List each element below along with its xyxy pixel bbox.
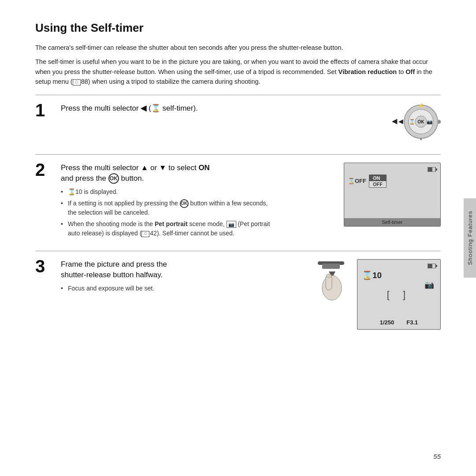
step1-text-start: Press the multi selector xyxy=(61,104,141,112)
step-2-content: Press the multi selector ▲ or ▼ to selec… xyxy=(57,163,273,241)
step-1-header: Press the multi selector ◀ (⌛ self-timer… xyxy=(61,103,381,114)
menu-on-option: ON xyxy=(369,175,386,181)
intro-para2-bold2: Off xyxy=(405,68,415,75)
step-2-left: 2 Press the multi selector ▲ or ▼ to sel… xyxy=(35,163,273,243)
step-3-row: 3 Frame the picture and press the shutte… xyxy=(35,259,441,330)
intro-para2-ref: 88 xyxy=(81,78,88,85)
page-container: Shooting Features Using the Self-timer T… xyxy=(0,0,476,476)
page-number: 55 xyxy=(433,453,441,460)
divider-3 xyxy=(35,251,441,251)
svg-point-19 xyxy=(326,274,331,278)
step1-timer-icon: (⌛ self-timer). xyxy=(146,104,197,112)
step-3-number: 3 xyxy=(35,257,57,275)
step-1-left: 1 Press the multi selector ◀ (⌛ self-tim… xyxy=(35,103,381,122)
menu-row: ⌛OFF ON OFF xyxy=(348,175,437,188)
menu-content: ⌛OFF ON OFF xyxy=(348,175,437,188)
svg-rect-21 xyxy=(428,264,432,268)
main-content: Using the Self-timer The camera's self-t… xyxy=(35,21,441,330)
svg-text:♦: ♦ xyxy=(420,136,422,142)
shutter-svg-wrapper xyxy=(312,259,352,303)
step-2-bullets: ⌛10 is displayed. If a setting is not ap… xyxy=(61,187,273,238)
ok-button-icon: OK xyxy=(108,173,119,184)
page-title: Using the Self-timer xyxy=(35,21,441,35)
svg-text:▶: ▶ xyxy=(438,118,441,125)
menu-on-off-selector: ON OFF xyxy=(369,175,387,188)
step-3-content: Frame the picture and press the shutter-… xyxy=(57,259,273,295)
camera-display-box: ⌛10 📷 [ ] 1/250 F3.1 xyxy=(357,259,441,330)
bullet-2-1: ⌛10 is displayed. xyxy=(61,187,273,197)
camera-dial-svg: OK ◀ ▶ ⚡ ♦ ⌛ 📷 ◀ xyxy=(390,99,441,145)
step-2-right: ⌛OFF ON OFF Self-timer xyxy=(344,163,441,227)
menu-self-timer-label: ⌛OFF xyxy=(348,178,366,184)
step-3-bullets: Focus and exposure will be set. xyxy=(61,284,273,293)
step-3-header: Frame the picture and press the shutter-… xyxy=(61,259,273,280)
menu-off-option: OFF xyxy=(369,181,386,187)
intro-para2-tail: ) when using a tripod to stabilize the c… xyxy=(88,78,260,85)
svg-rect-13 xyxy=(436,168,437,171)
intro-para-2: The self-timer is useful when you want t… xyxy=(35,57,441,86)
disp-battery xyxy=(428,262,437,270)
svg-text:⌛: ⌛ xyxy=(409,119,415,125)
step-3-header-row: 3 Frame the picture and press the shutte… xyxy=(35,259,273,295)
book-ref-icon: □ xyxy=(73,79,81,86)
intro-para-1: The camera's self-timer can release the … xyxy=(35,43,441,52)
ok-inline-icon: OK xyxy=(180,199,189,208)
disp-shutter-speed: 1/250 xyxy=(380,319,394,326)
step-2-row: 2 Press the multi selector ▲ or ▼ to sel… xyxy=(35,163,441,243)
menu-box-inner: ⌛OFF ON OFF Self-timer xyxy=(344,163,440,226)
step-1-number: 1 xyxy=(35,101,57,119)
disp-bluetooth-icon: 📷 xyxy=(424,280,434,290)
menu-battery xyxy=(428,166,437,173)
shutter-finger-svg xyxy=(313,259,351,303)
menu-display-box: ⌛OFF ON OFF Self-timer xyxy=(344,163,441,227)
bullet-2-3: When the shooting mode is the Pet portra… xyxy=(61,219,273,238)
book-ref-42: □ xyxy=(141,231,149,237)
step-2-header-row: 2 Press the multi selector ▲ or ▼ to sel… xyxy=(35,163,273,241)
step-1-header-row: 1 Press the multi selector ◀ (⌛ self-tim… xyxy=(35,103,381,119)
disp-timer-label: ⌛10 xyxy=(362,270,436,280)
divider-1 xyxy=(35,95,441,95)
step-1-right: OK ◀ ▶ ⚡ ♦ ⌛ 📷 ◀ xyxy=(390,99,441,146)
svg-text:◀: ◀ xyxy=(392,117,398,125)
step-3-right: ⌛10 📷 [ ] 1/250 F3.1 xyxy=(312,259,441,330)
step1-arrow: ◀ xyxy=(141,104,146,112)
sidebar-tab-label: Shooting Features xyxy=(467,211,473,265)
svg-text:📷: 📷 xyxy=(427,119,433,125)
step-2-header: Press the multi selector ▲ or ▼ to selec… xyxy=(61,163,273,184)
sidebar-tab: Shooting Features xyxy=(464,198,476,278)
svg-text:OK: OK xyxy=(418,119,425,124)
disp-aperture: F3.1 xyxy=(406,319,418,326)
step-3-left: 3 Frame the picture and press the shutte… xyxy=(35,259,273,298)
intro-para2-text2: to xyxy=(397,68,405,75)
svg-text:⚡: ⚡ xyxy=(418,102,424,109)
disp-exposure-info: 1/250 F3.1 xyxy=(357,319,440,326)
svg-rect-22 xyxy=(436,265,437,267)
step-1-content: Press the multi selector ◀ (⌛ self-timer… xyxy=(57,103,381,117)
svg-text:◀: ◀ xyxy=(398,118,403,125)
disp-focus-brackets: [ ] xyxy=(362,289,436,301)
step-1-row: 1 Press the multi selector ◀ (⌛ self-tim… xyxy=(35,103,441,146)
camera-display-inner: ⌛10 📷 [ ] 1/250 F3.1 xyxy=(357,260,440,329)
svg-rect-15 xyxy=(322,264,340,269)
intro-para2-bold1: Vibration reduction xyxy=(338,68,397,75)
bullet-3-1: Focus and exposure will be set. xyxy=(61,284,273,293)
menu-footer: Self-timer xyxy=(344,218,440,226)
divider-2 xyxy=(35,154,441,155)
bullet-2-2: If a setting is not applied by pressing … xyxy=(61,199,273,217)
step-2-number: 2 xyxy=(35,161,57,178)
svg-rect-12 xyxy=(428,167,432,171)
